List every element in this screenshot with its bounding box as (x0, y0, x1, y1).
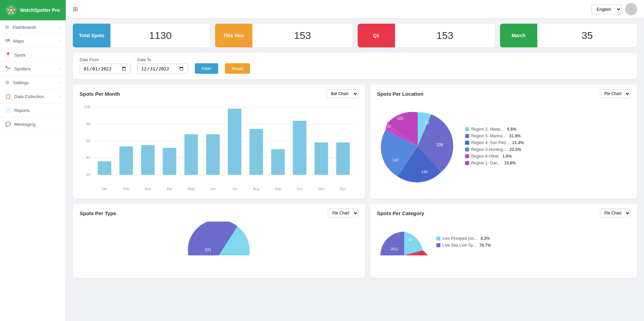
nav-item-left-dashboards: ⊞ Dashboards (5, 24, 36, 30)
bar-mar[interactable] (141, 145, 154, 175)
svg-text:Aug: Aug (253, 187, 260, 191)
stat-card-0: Total Spots 1130 (73, 24, 210, 47)
pie-type-label1: 331 (205, 248, 211, 252)
sidebar-item-dashboards[interactable]: ⊞ Dashboards › (0, 20, 66, 34)
charts-row-2: Spots Per Type Pie Chart Bar Chart 331 (73, 204, 637, 278)
bar-jul[interactable] (228, 109, 241, 175)
user-avatar[interactable]: ··· (625, 3, 637, 15)
bar-feb[interactable] (119, 146, 133, 175)
pie-cat-seg1[interactable] (380, 232, 404, 255)
pie-category-svg: 2012 54 (377, 222, 431, 262)
spots-per-month-type-select[interactable]: Bar Chart Line Chart (327, 89, 358, 98)
spots-per-month-header: Spots Per Month Bar Chart Line Chart (80, 89, 358, 98)
svg-text:Jul: Jul (232, 187, 237, 191)
reset-button[interactable]: Reset (225, 63, 250, 74)
legend-pct-r1: 15.8% (504, 161, 516, 165)
nav-label-dashboards: Dashboards (13, 25, 36, 30)
sidebar-item-maps[interactable]: 🗺 Maps › (0, 34, 66, 48)
spots-per-type-header: Spots Per Type Pie Chart Bar Chart (80, 209, 358, 217)
spots-per-type-type-select[interactable]: Pie Chart Bar Chart (328, 209, 358, 217)
spots-per-location-title: Spots Per Location (377, 91, 423, 97)
spots-per-location-type-select[interactable]: Pie Chart Bar Chart (600, 89, 630, 98)
pie-type-svg: 331 (185, 222, 253, 262)
svg-text:Oct: Oct (297, 187, 303, 191)
stat-card-1: This Year 153 (215, 24, 352, 47)
legend-item-cat2: Live Sea Lion Sy... 76.7% (436, 243, 491, 248)
stat-card-3: March 35 (500, 24, 637, 47)
spots-per-category-type-select[interactable]: Pie Chart Bar Chart (600, 209, 630, 217)
legend-dot-r6 (465, 154, 469, 158)
svg-text:Nov: Nov (318, 187, 325, 191)
pie-label-r5: 208 (436, 142, 443, 147)
legend-dot-r3 (465, 147, 469, 152)
nav-icon-dashboards: ⊞ (5, 24, 9, 30)
nav-item-left-settings: ⚙ Settings (5, 80, 29, 85)
sidebar-item-reports[interactable]: 📄 Reports (0, 104, 66, 117)
language-select[interactable]: English Spanish French (591, 4, 622, 14)
sidebar-item-data-collection[interactable]: 📋 Data Collection › (0, 90, 66, 104)
svg-text:May: May (188, 187, 195, 191)
pie-chart-area-location: 43 208 140 147 12 103 Region 2- Newp... … (377, 102, 630, 190)
nav-item-left-spots: 📍 Spots (5, 52, 25, 58)
bar-nov[interactable] (314, 142, 328, 175)
legend-item-r1: Region 1- Dan... 15.8% (465, 161, 524, 165)
spots-per-location-header: Spots Per Location Pie Chart Bar Chart (377, 89, 630, 98)
nav-icon-reports: 📄 (5, 108, 11, 113)
legend-label-r6: Region 6-Other (471, 154, 499, 159)
svg-text:80: 80 (86, 122, 90, 126)
svg-text:40: 40 (86, 156, 90, 160)
bar-sep[interactable] (271, 149, 285, 175)
bar-chart-container: 100 80 60 40 20 Jan (80, 102, 358, 193)
bar-jan[interactable] (98, 161, 111, 175)
bar-may[interactable] (184, 134, 198, 175)
stat-card-2: Q1 153 (358, 24, 495, 47)
legend-label-cat1: Live Pinniped (no... (442, 236, 477, 241)
bar-jun[interactable] (206, 134, 220, 175)
nav-icon-spotters: 🔭 (5, 66, 11, 71)
bar-apr[interactable] (163, 148, 176, 175)
sidebar-item-messaging[interactable]: 💬 Messaging (0, 117, 66, 131)
bar-dec[interactable] (336, 142, 350, 175)
svg-text:Mar: Mar (145, 187, 151, 191)
legend-pct-cat2: 76.7% (479, 243, 491, 248)
svg-text:Feb: Feb (123, 187, 129, 191)
bar-aug[interactable] (249, 129, 263, 175)
sidebar-item-spotters[interactable]: 🔭 Spotters › (0, 62, 66, 76)
spots-per-category-card: Spots Per Category Pie Chart Bar Chart 2… (370, 204, 637, 278)
stat-value-1: 153 (252, 30, 352, 41)
date-from-input[interactable] (80, 64, 130, 74)
grid-icon[interactable]: ⊞ (73, 5, 78, 13)
stat-badge-0: Total Spots (73, 24, 110, 47)
filter-button[interactable]: Filter (195, 63, 218, 74)
sidebar: WatchSpotter Pro ⊞ Dashboards › 🗺 Maps ›… (0, 0, 66, 321)
nav-item-left-spotters: 🔭 Spotters (5, 66, 30, 71)
nav-icon-spots: 📍 (5, 52, 11, 58)
bar-oct[interactable] (293, 121, 306, 175)
sidebar-item-settings[interactable]: ⚙ Settings › (0, 76, 66, 90)
svg-text:Jun: Jun (210, 187, 216, 191)
legend-item-r4: Region 4- San Ped... 21.4% (465, 140, 524, 145)
legend-dot-cat2 (436, 243, 440, 247)
legend-pct-r5: 31.9% (509, 134, 521, 138)
date-to-input[interactable] (137, 64, 188, 74)
legend-dot-cat1 (436, 236, 440, 240)
legend-dot-r2 (465, 127, 469, 131)
svg-text:20: 20 (86, 173, 90, 177)
legend-item-cat1: Live Pinniped (no... 8.3% (436, 236, 491, 241)
date-from-field: Date From (80, 58, 130, 74)
topbar: ⊞ English Spanish French ··· (66, 0, 644, 19)
nav-chevron-data-collection: › (59, 94, 61, 98)
spots-per-type-chart: 331 (80, 222, 358, 262)
stat-value-3: 35 (537, 30, 637, 41)
spots-per-category-content: 2012 54 Live Pinniped (no... 8.3% Live S… (377, 222, 630, 262)
sidebar-item-spots[interactable]: 📍 Spots (0, 48, 66, 62)
legend-label-r1: Region 1- Dan... (471, 161, 501, 165)
nav-item-left-data-collection: 📋 Data Collection (5, 94, 44, 99)
legend-label-r3: Region 3-Hunting... (471, 147, 506, 152)
bar-chart-svg: 100 80 60 40 20 Jan (80, 102, 358, 193)
svg-text:Jan: Jan (102, 187, 108, 191)
pie-label-r1: 103 (397, 116, 403, 120)
pie-cat-label1: 2012 (391, 247, 398, 251)
svg-point-3 (10, 9, 12, 11)
stat-cards: Total Spots 1130 This Year 153 Q1 153 Ma… (73, 24, 637, 47)
